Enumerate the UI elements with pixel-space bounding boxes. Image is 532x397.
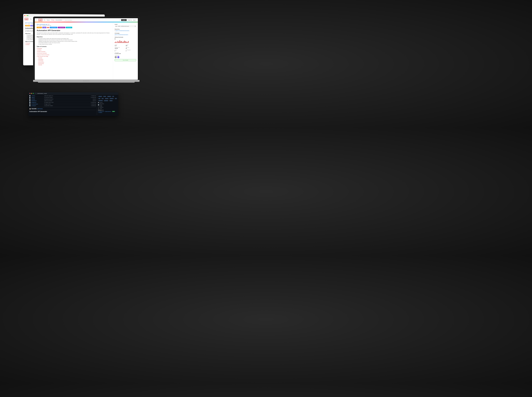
chart-bar-5 xyxy=(118,42,119,43)
toc-tests-data[interactable]: • /tests/data xyxy=(38,57,111,59)
copy-icon[interactable]: ⧉ xyxy=(135,26,135,27)
npm-logo-bg: npm xyxy=(24,18,28,20)
license-icon: ⚖️ xyxy=(98,103,99,104)
toc-installation[interactable]: • Installation xyxy=(37,49,111,51)
release-name[interactable]: po-gen v3.0.7 - Typescript base... xyxy=(99,111,112,112)
file-name-package[interactable]: package.json xyxy=(31,102,43,103)
license-link[interactable]: ⊕ MIT license xyxy=(37,108,43,109)
homepage-section: Homepage github.com/hadindrawan/automati… xyxy=(115,33,136,35)
toc-env-gen[interactable]: • Environment Generation xyxy=(37,52,111,54)
search-button-inner[interactable]: Search xyxy=(121,19,127,21)
nav-docs-inner[interactable]: Documentation xyxy=(55,19,62,21)
homepage-label: Homepage xyxy=(115,33,136,34)
tab-readme-bg[interactable]: Readme xyxy=(25,25,30,26)
readme-stat: Readme xyxy=(99,102,103,103)
toc-tests-helpers[interactable]: • /tests/helpers xyxy=(38,59,111,60)
collaborators-avatars xyxy=(115,56,136,58)
tag-add[interactable]: add xyxy=(115,98,117,99)
file-name-tsconfig-build[interactable]: tsconfig.build.json xyxy=(31,104,43,105)
avatar-1 xyxy=(115,56,117,58)
minimize-dot xyxy=(26,15,27,16)
homepage-url[interactable]: github.com/hadindrawan/automation... xyxy=(115,34,129,35)
nav-pricing-inner[interactable]: Pricing xyxy=(51,19,54,21)
weekly-label: Weekly Downloads xyxy=(115,37,136,38)
file-name-license[interactable]: LICENSE xyxy=(31,99,43,99)
nav-teams-inner[interactable]: Teams xyxy=(47,19,50,21)
tag-automation[interactable]: automation xyxy=(104,100,108,101)
gh-file-row: 📄 package.json fix variable name on spec… xyxy=(29,102,96,103)
gh-repo-name: hadindraawan / po-gen xyxy=(37,93,47,94)
tab-versions-inner[interactable]: 28 Versions xyxy=(66,27,72,28)
nav-pro-inner[interactable]: Pro xyxy=(44,19,45,21)
repo-url[interactable]: github.com/hadindrawan/automation... xyxy=(116,30,130,31)
gh-content: 📄 .eslintrc.js initiate task migrate to … xyxy=(28,94,118,115)
gh-readme-section: 📋 README ⊕ MIT license Automation API Ge… xyxy=(29,107,96,112)
file-icon-readme: 📄 xyxy=(29,100,31,101)
more-releases[interactable]: + 2 releases xyxy=(98,112,117,113)
total-files-value: 69 xyxy=(126,48,136,49)
gh-file-row: 📄 .eslintrc.js initiate task migrate to … xyxy=(29,95,96,97)
chart-bar-14 xyxy=(127,42,128,43)
chart-bar-10 xyxy=(123,42,124,43)
book-icon: 📖 xyxy=(98,102,99,103)
search-input-inner[interactable]: Search packages xyxy=(64,19,120,21)
file-name-gitignore[interactable]: .gitignore xyxy=(31,97,43,98)
tab-code-inner[interactable]: Code xyxy=(42,27,46,28)
issues-meta: Issues 0 xyxy=(115,50,125,51)
tag-api[interactable]: api xyxy=(112,96,114,97)
toc-tests-images[interactable]: • /tests/images xyxy=(38,60,111,62)
file-name-eslint[interactable]: .eslintrc.js xyxy=(31,95,43,96)
signup-inner[interactable]: Sign Up xyxy=(128,19,132,21)
toc-template-gen[interactable]: • Template Generation xyxy=(37,51,111,53)
install-cmd-box[interactable]: npm i @dot.indonesia/po-gen ⧉ xyxy=(115,25,136,27)
repository-label: Repository xyxy=(115,29,136,30)
tab-readme-inner[interactable]: Readme xyxy=(37,27,42,28)
chart-bar-3 xyxy=(116,42,117,43)
toc-lifecycle[interactable]: • Lifecycle of Mocha Framework xyxy=(37,54,111,56)
tag-generator[interactable]: generator xyxy=(107,96,111,97)
github-icon: ⬡ xyxy=(115,30,116,31)
tag-mocha-chai[interactable]: mocha-chai xyxy=(98,100,103,101)
signin-inner[interactable]: Sign In xyxy=(133,19,136,21)
file-time-package: 6 months ago xyxy=(88,102,96,103)
chart-bar-6 xyxy=(119,40,120,43)
gh-min-dot xyxy=(31,93,32,94)
releases-title: Releases 2 xyxy=(98,110,117,111)
toc-tests-scenarios[interactable]: • /tests/scenarios xyxy=(38,62,111,63)
gh-file-row: 📄 LICENSE add keyword and licence last y… xyxy=(29,98,96,100)
gh-close-dot xyxy=(30,93,31,94)
laptop: ♥ npm Pro Teams Pricing Documentation Se… xyxy=(33,17,140,83)
tag-collections[interactable]: collections xyxy=(109,98,114,99)
tab-dep0-inner[interactable]: 0 Dependents xyxy=(58,27,65,28)
tag-mocha[interactable]: mocha xyxy=(103,96,106,97)
gh-file-row: 📄 .gitignore fix entry point condition 6… xyxy=(29,97,96,98)
laptop-base xyxy=(33,80,140,82)
toc-tests-utils[interactable]: • /tests/utils xyxy=(38,64,111,66)
tag-chai[interactable]: chai xyxy=(98,98,101,99)
file-msg-license: add keyword and licence xyxy=(44,99,87,99)
file-icon-package: 📄 xyxy=(29,102,31,103)
tab-deps-inner[interactable]: 1 Dependency xyxy=(50,27,57,28)
tag-pluginjs[interactable]: pluginjs xyxy=(109,100,113,101)
toc-prerequisite[interactable]: • Prerequisite xyxy=(37,48,111,49)
file-icon-license: 📄 xyxy=(29,99,31,99)
tag-postman[interactable]: postman xyxy=(105,98,109,99)
last-publish-section: Last publish 6 months ago xyxy=(115,52,136,54)
main-title-inner: Automation API Generator xyxy=(37,30,111,31)
activity-stat: Activity xyxy=(99,105,102,105)
file-name-readme[interactable]: README.md xyxy=(31,100,43,101)
tag-collection[interactable]: collection xyxy=(98,96,102,97)
weekly-count: 5 xyxy=(115,38,136,40)
fork-icon: 🍴 xyxy=(98,108,99,109)
nav-pro-bg[interactable]: Pro xyxy=(30,19,31,20)
laptop-foot xyxy=(38,82,135,83)
toc-folder[interactable]: • Folder Structure and Usage xyxy=(37,56,111,57)
file-name-tsconfig[interactable]: tsconfig.json xyxy=(31,105,43,106)
activity-icon: 📊 xyxy=(98,105,99,105)
gh-file-row: 📄 tsconfig.json curl generation initiali… xyxy=(29,105,96,107)
gh-stat-readme: 📖 Readme xyxy=(98,102,117,103)
try-runkit-btn[interactable]: Try on RunKit xyxy=(115,59,136,61)
toc-tests-schemas[interactable]: • /tests/schemas xyxy=(38,63,111,64)
tag-pom[interactable]: pom xyxy=(101,98,104,99)
pull-requests-value: 0 xyxy=(126,50,136,51)
